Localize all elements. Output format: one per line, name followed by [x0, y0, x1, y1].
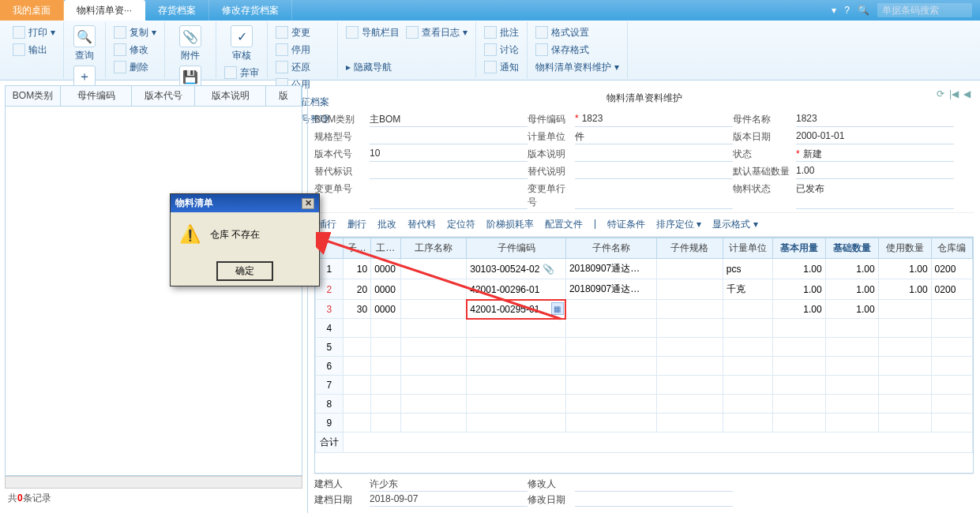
navbar-button[interactable]: 导航栏目: [343, 24, 403, 41]
output-button[interactable]: 输出: [9, 41, 58, 58]
table-actionbar: 插行 删行 批改 替代料 定位符 阶梯损耗率 配置文件 | 特证条件 排序定位 …: [314, 212, 974, 237]
notify-button[interactable]: 通知: [481, 58, 522, 76]
mat-status-field: 已发布: [796, 182, 954, 209]
status-field: *新建: [796, 148, 954, 162]
data-table: 子… 工… 工序名称 子件编码 子件名称 子件规格 计量单位 基本用量 基础数量…: [314, 237, 974, 474]
sum-row: 合计: [316, 432, 344, 453]
bom-type-field[interactable]: 主BOM: [370, 113, 528, 127]
left-footer: 共0条记录: [5, 489, 302, 508]
dialog-title: 物料清单: [175, 197, 213, 210]
search-input[interactable]: [877, 3, 972, 17]
table-row[interactable]: 8: [316, 395, 973, 414]
tab-modify-inventory[interactable]: 修改存货档案: [209, 0, 292, 21]
spec-field[interactable]: [370, 130, 528, 144]
action-insert[interactable]: 插行: [317, 218, 336, 231]
alt-desc-field[interactable]: [575, 165, 733, 179]
dropdown-icon[interactable]: ▾: [832, 5, 836, 16]
search-icon[interactable]: 🔍: [858, 5, 869, 16]
copy-button[interactable]: 复制 ▾: [111, 24, 160, 41]
attach-button[interactable]: 📎附件: [170, 24, 211, 64]
chg-no-field[interactable]: [370, 182, 528, 209]
bom-maint-button[interactable]: 物料清单资料维护 ▾: [532, 58, 622, 76]
format-set-button[interactable]: 格式设置: [532, 24, 622, 41]
page-title: 物料清单资料维护 ⟳ |◀ ◀: [314, 84, 974, 110]
table-header: 子… 工… 工序名称 子件编码 子件名称 子件规格 计量单位 基本用量 基础数量…: [316, 238, 973, 259]
left-scrollbar[interactable]: [5, 476, 302, 489]
batch-audit-button[interactable]: 批注: [481, 24, 522, 41]
def-qty-field[interactable]: 1.00: [796, 165, 954, 179]
parent-code-field[interactable]: *1823: [575, 113, 733, 127]
table-row[interactable]: 110000030103-00524-02 📎20180907通达…pcs1.0…: [316, 259, 973, 279]
save-format-button[interactable]: 保存格式: [532, 41, 622, 58]
action-display[interactable]: 显示格式 ▾: [712, 218, 757, 231]
left-grid-body: [5, 107, 302, 476]
prev-icon[interactable]: ◀: [963, 88, 971, 99]
table-row[interactable]: 9: [316, 414, 973, 432]
action-delete[interactable]: 删行: [347, 218, 366, 231]
disable-button[interactable]: 停用: [272, 41, 332, 58]
table-row[interactable]: 220000042001-00296-0120180907通达…千克1.001.…: [316, 279, 973, 300]
modifier-field: [575, 477, 733, 492]
hide-nav-button[interactable]: ▸ 隐藏导航: [343, 58, 471, 76]
query-button[interactable]: 🔍查询: [69, 24, 100, 64]
change-button[interactable]: 变更: [272, 24, 332, 41]
dialog-message: 仓库 不存在: [210, 228, 260, 242]
unit-field: 件: [575, 130, 733, 144]
tab-desktop[interactable]: 我的桌面: [0, 0, 64, 21]
print-button[interactable]: 打印 ▾: [9, 24, 58, 41]
help-icon[interactable]: ?: [844, 5, 850, 16]
header-form: BOM类别主BOM 母件编码*1823 母件名称1823 规格型号 计量单位件 …: [314, 110, 974, 212]
warning-dialog: 物料清单 ✕ ⚠️ 仓库 不存在 确定: [170, 193, 320, 286]
mdate-field: [575, 493, 733, 507]
parent-name-field: 1823: [796, 113, 954, 127]
table-row[interactable]: 6: [316, 357, 973, 376]
tab-bom[interactable]: 物料清单资···: [64, 0, 145, 21]
table-row[interactable]: 4: [316, 319, 973, 338]
action-locator[interactable]: 定位符: [447, 218, 475, 231]
left-col-version[interactable]: 版本代号: [132, 86, 195, 106]
footer-meta: 建档人许少东 修改人 建档日期2018-09-07 修改日期: [314, 474, 974, 510]
left-col-bom-type[interactable]: BOM类别: [6, 86, 61, 106]
action-alt[interactable]: 替代料: [407, 218, 436, 231]
ok-button[interactable]: 确定: [216, 261, 273, 281]
left-panel: BOM类别 母件编码 版本代号 版本说明 版 共0条记录: [0, 81, 308, 513]
left-col-version-desc[interactable]: 版本说明: [195, 86, 266, 106]
table-row[interactable]: 5: [316, 338, 973, 357]
close-icon[interactable]: ✕: [302, 198, 314, 209]
action-config[interactable]: 配置文件: [545, 218, 583, 231]
cdate-field: 2018-09-07: [370, 493, 528, 507]
right-panel: 物料清单资料维护 ⟳ |◀ ◀ BOM类别主BOM 母件编码*1823 母件名称…: [308, 81, 980, 513]
tab-inventory[interactable]: 存货档案: [145, 0, 209, 21]
left-col-extra[interactable]: 版: [266, 86, 302, 106]
top-tabbar: 我的桌面 物料清单资··· 存货档案 修改存货档案 ▾ ? 🔍: [0, 0, 980, 21]
alt-flag-field[interactable]: [370, 165, 528, 179]
ribbon: 打印 ▾ 输出 🔍查询 ＋增加 复制 ▾ 修改 删除 📎附件 💾保存 放弃 ✓审…: [0, 21, 980, 81]
audit-button[interactable]: ✓审核: [221, 24, 262, 64]
ver-code-field[interactable]: 10: [370, 148, 528, 162]
delete-button[interactable]: 删除: [111, 58, 160, 76]
warning-icon: ⚠️: [178, 223, 201, 245]
ver-desc-field[interactable]: [575, 148, 733, 162]
abandon-audit-button[interactable]: 弃审: [221, 64, 262, 81]
modify-button[interactable]: 修改: [111, 41, 160, 58]
action-batch[interactable]: 批改: [377, 218, 396, 231]
table-row[interactable]: 7: [316, 376, 973, 395]
chg-line-field[interactable]: [575, 182, 733, 209]
action-sort[interactable]: 排序定位 ▾: [656, 218, 701, 231]
discuss-button[interactable]: 讨论: [481, 41, 522, 58]
table-row[interactable]: 330000042001-00295-01▦1.001.00: [316, 300, 973, 319]
first-icon[interactable]: |◀: [949, 88, 959, 99]
restore-button[interactable]: 还原: [272, 58, 332, 76]
action-feature[interactable]: 特证条件: [607, 218, 645, 231]
ver-date-field[interactable]: 2000-01-01: [796, 130, 954, 144]
left-grid-header: BOM类别 母件编码 版本代号 版本说明 版: [5, 85, 302, 107]
picker-icon[interactable]: ▦: [551, 302, 564, 315]
action-step[interactable]: 阶梯损耗率: [486, 218, 534, 231]
creator-field: 许少东: [370, 477, 528, 492]
refresh-icon[interactable]: ⟳: [937, 88, 944, 99]
left-col-parent-code[interactable]: 母件编码: [61, 86, 132, 106]
view-log-button[interactable]: 查看日志 ▾: [403, 24, 471, 41]
